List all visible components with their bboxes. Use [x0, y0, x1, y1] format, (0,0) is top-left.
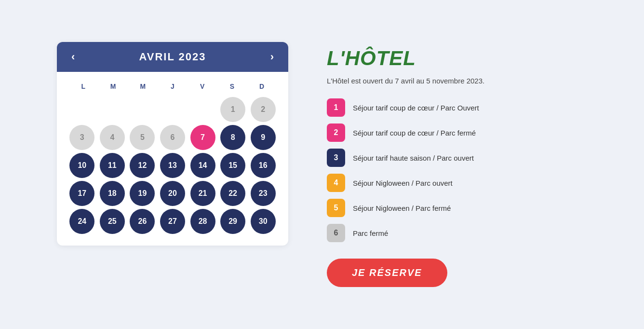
day-circle[interactable]: 4	[100, 125, 125, 150]
day-circle	[190, 97, 215, 122]
calendar-title: AVRIL 2023	[139, 51, 206, 63]
legend-text: Séjour Nigloween / Parc ouvert	[353, 179, 453, 187]
day-cell: 27	[159, 209, 187, 234]
day-circle[interactable]: 15	[220, 153, 245, 178]
legend-text: Séjour tarif haute saison / Parc ouvert	[353, 154, 474, 162]
day-circle[interactable]: 24	[69, 209, 94, 234]
day-circle[interactable]: 11	[100, 153, 125, 178]
day-circle	[160, 97, 185, 122]
day-circle[interactable]: 20	[160, 181, 185, 206]
day-circle[interactable]: 13	[160, 153, 185, 178]
day-circle[interactable]: 1	[220, 97, 245, 122]
day-cell: 16	[249, 153, 277, 178]
day-circle[interactable]: 6	[160, 125, 185, 150]
day-circle[interactable]: 7	[190, 125, 215, 150]
day-circle	[69, 97, 94, 122]
day-cell: 23	[249, 181, 277, 206]
day-circle[interactable]: 23	[251, 181, 276, 206]
legend-item: 3Séjour tarif haute saison / Parc ouvert	[327, 149, 587, 167]
day-cell	[159, 97, 187, 122]
day-circle[interactable]: 2	[251, 97, 276, 122]
day-circle[interactable]: 5	[130, 125, 155, 150]
next-month-button[interactable]: ›	[268, 52, 277, 62]
legend-list: 1Séjour tarif coup de cœur / Parc Ouvert…	[327, 98, 587, 242]
day-circle	[130, 97, 155, 122]
day-cell	[68, 97, 96, 122]
legend-text: Séjour tarif coup de cœur / Parc fermé	[353, 129, 476, 137]
legend-badge: 5	[327, 199, 345, 217]
legend-item: 4Séjour Nigloween / Parc ouvert	[327, 174, 587, 192]
day-cell	[129, 97, 156, 122]
day-cell: 13	[159, 153, 187, 178]
day-circle[interactable]: 10	[69, 153, 94, 178]
day-circle[interactable]: 22	[220, 181, 245, 206]
day-cell: 26	[129, 209, 156, 234]
day-cell: 14	[189, 153, 216, 178]
day-circle[interactable]: 28	[190, 209, 215, 234]
day-cell: 22	[219, 181, 247, 206]
day-cell	[99, 97, 126, 122]
day-circle[interactable]: 12	[130, 153, 155, 178]
legend-text: Parc fermé	[353, 229, 388, 237]
day-circle[interactable]: 27	[160, 209, 185, 234]
day-cell: 10	[68, 153, 96, 178]
legend-text: Séjour Nigloween / Parc fermé	[353, 204, 451, 212]
calendar-days: 1234567891011121314151617181920212223242…	[68, 97, 277, 234]
day-cell	[189, 97, 216, 122]
prev-month-button[interactable]: ‹	[68, 52, 78, 62]
legend-item: 5Séjour Nigloween / Parc fermé	[327, 199, 587, 217]
weekday-label: D	[247, 81, 277, 92]
day-cell: 3	[68, 125, 96, 150]
day-cell: 19	[129, 181, 156, 206]
day-circle[interactable]: 14	[190, 153, 215, 178]
day-cell: 9	[249, 125, 277, 150]
weekday-label: L	[68, 81, 98, 92]
legend-badge: 1	[327, 98, 345, 117]
day-cell: 11	[99, 153, 126, 178]
legend-item: 2Séjour tarif coup de cœur / Parc fermé	[327, 123, 587, 142]
day-cell: 21	[189, 181, 216, 206]
weekday-label: V	[188, 81, 217, 92]
day-cell: 28	[189, 209, 216, 234]
day-circle[interactable]: 3	[69, 125, 94, 150]
hotel-subtitle: L'Hôtel est ouvert du 7 avril au 5 novem…	[327, 77, 587, 85]
legend-badge: 2	[327, 123, 345, 142]
day-circle[interactable]: 16	[251, 153, 276, 178]
hotel-title: L'Hôtel	[327, 47, 587, 70]
day-circle[interactable]: 21	[190, 181, 215, 206]
info-panel: L'Hôtel L'Hôtel est ouvert du 7 avril au…	[327, 42, 587, 287]
reserve-button[interactable]: Je Réserve	[327, 259, 447, 287]
day-cell: 30	[249, 209, 277, 234]
weekday-label: M	[98, 81, 128, 92]
legend-item: 6Parc fermé	[327, 224, 587, 242]
day-circle[interactable]: 18	[100, 181, 125, 206]
day-circle[interactable]: 9	[251, 125, 276, 150]
day-cell: 5	[129, 125, 156, 150]
day-circle[interactable]: 19	[130, 181, 155, 206]
day-circle[interactable]: 8	[220, 125, 245, 150]
weekday-label: S	[217, 81, 247, 92]
calendar-header: ‹ AVRIL 2023 ›	[57, 42, 288, 72]
calendar: ‹ AVRIL 2023 › LMMJVSD 12345678910111213…	[57, 42, 288, 246]
day-circle	[100, 97, 125, 122]
day-cell: 1	[219, 97, 247, 122]
legend-badge: 6	[327, 224, 345, 242]
day-circle[interactable]: 26	[130, 209, 155, 234]
day-cell: 24	[68, 209, 96, 234]
day-cell: 2	[249, 97, 277, 122]
day-cell: 12	[129, 153, 156, 178]
calendar-body: LMMJVSD 12345678910111213141516171819202…	[57, 72, 288, 246]
day-circle[interactable]: 30	[251, 209, 276, 234]
day-cell: 18	[99, 181, 126, 206]
day-cell: 6	[159, 125, 187, 150]
day-cell: 7	[189, 125, 216, 150]
day-cell: 29	[219, 209, 247, 234]
day-circle[interactable]: 25	[100, 209, 125, 234]
day-circle[interactable]: 29	[220, 209, 245, 234]
weekday-label: J	[158, 81, 188, 92]
day-circle[interactable]: 17	[69, 181, 94, 206]
legend-item: 1Séjour tarif coup de cœur / Parc Ouvert	[327, 98, 587, 117]
day-cell: 25	[99, 209, 126, 234]
calendar-weekdays: LMMJVSD	[68, 81, 277, 92]
legend-badge: 3	[327, 149, 345, 167]
